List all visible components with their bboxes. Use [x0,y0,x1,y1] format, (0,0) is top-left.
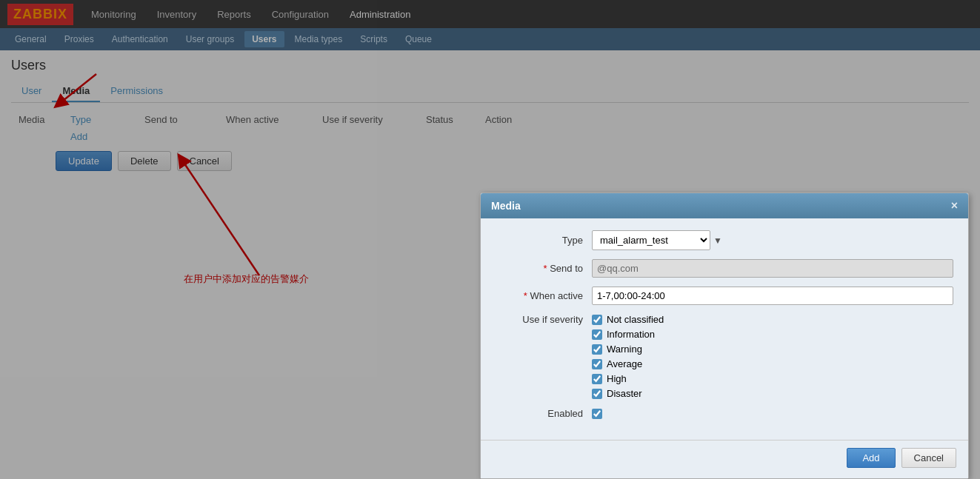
page-wrapper: ZABBIX Monitoring Inventory Reports Conf… [0,0,980,479]
modal-body: Type mail_alarm_test ▼ Send to When acti… [481,218,968,440]
severity-disaster: Disaster [592,388,664,399]
when-active-input[interactable] [592,287,953,305]
type-dropdown-icon: ▼ [713,235,722,246]
checkbox-average[interactable] [592,359,602,369]
checkbox-not-classified[interactable] [592,315,602,325]
checkbox-warning[interactable] [592,344,602,355]
label-information: Information [607,329,655,340]
modal-title: Media [491,200,521,212]
modal-header: Media × [481,193,968,218]
modal-close-button[interactable]: × [951,199,958,212]
label-disaster: Disaster [607,388,642,399]
type-select[interactable]: mail_alarm_test [592,230,710,250]
modal-footer: Add Cancel [481,440,968,478]
send-to-input[interactable] [592,259,953,278]
send-to-label: Send to [496,263,592,274]
checkbox-disaster[interactable] [592,389,602,399]
send-to-row: Send to [496,259,953,278]
enabled-checkbox[interactable] [592,409,602,419]
label-warning: Warning [607,344,642,355]
label-high: High [607,373,627,384]
checkbox-high[interactable] [592,374,602,384]
when-active-row: When active [496,287,953,305]
severity-not-classified: Not classified [592,314,664,325]
label-not-classified: Not classified [607,314,664,325]
checkbox-information[interactable] [592,329,602,340]
severity-checkboxes: Not classified Information Warning [592,314,664,399]
severity-average: Average [592,358,664,369]
severity-label: Use if severity [496,314,592,325]
severity-warning: Warning [592,344,664,355]
severity-high: High [592,373,664,384]
enabled-label: Enabled [496,408,592,419]
modal-overlay: Media × Type mail_alarm_test ▼ Send to [0,0,980,479]
media-modal: Media × Type mail_alarm_test ▼ Send to [480,192,969,479]
type-label: Type [496,235,592,246]
modal-cancel-button[interactable]: Cancel [901,448,956,468]
type-row: Type mail_alarm_test ▼ [496,230,953,250]
severity-information: Information [592,329,664,340]
severity-row: Use if severity Not classified Informati… [496,314,953,399]
when-active-label: When active [496,290,592,301]
label-average: Average [607,358,642,369]
enabled-row: Enabled [496,408,953,419]
modal-add-button[interactable]: Add [847,448,895,468]
